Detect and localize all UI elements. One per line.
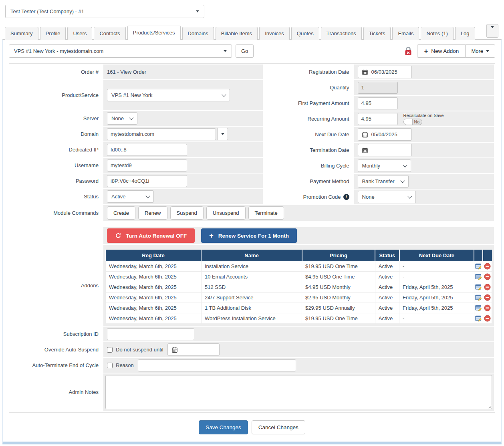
tab-summary[interactable]: Summary bbox=[5, 27, 38, 40]
new-addon-button[interactable]: + New Addon bbox=[417, 44, 466, 58]
subscription-id-input[interactable] bbox=[107, 328, 194, 340]
password-input[interactable] bbox=[107, 175, 187, 187]
addon-name: 1 TB Additional Disk bbox=[201, 303, 302, 313]
info-icon[interactable]: i bbox=[343, 194, 349, 200]
payment-method-select[interactable]: Bank Transfer bbox=[358, 175, 409, 188]
quantity-input bbox=[358, 82, 398, 94]
addon-status: Active bbox=[375, 313, 399, 324]
billing-cycle-select[interactable]: Monthly bbox=[358, 159, 411, 172]
chevron-down-icon bbox=[145, 194, 150, 198]
addon-next-due-date: Friday, April 5th, 2025 bbox=[399, 293, 474, 303]
edit-addon-icon[interactable] bbox=[474, 313, 483, 324]
reason-input[interactable] bbox=[138, 359, 296, 371]
promotion-code-label: Promotion Code i bbox=[263, 190, 354, 204]
tabs-overflow-button[interactable] bbox=[486, 24, 498, 38]
tab-products-services[interactable]: Products/Services bbox=[127, 26, 181, 40]
first-payment-amount-input[interactable] bbox=[358, 97, 398, 109]
more-label: More bbox=[471, 48, 483, 54]
addons-col-header: Next Due Date bbox=[399, 250, 474, 261]
recurring-amount-input[interactable] bbox=[358, 113, 398, 125]
service-selector[interactable]: VPS #1 New York - mytestdomain.com bbox=[9, 44, 232, 58]
addons-col-header: Pricing bbox=[302, 250, 375, 261]
chevron-down-icon bbox=[224, 50, 227, 52]
promotion-code-value: None bbox=[362, 194, 375, 200]
dedicated-ip-input[interactable] bbox=[107, 144, 187, 156]
order-label: Order # bbox=[10, 65, 103, 79]
addon-pricing: $4.95 USD One Time bbox=[302, 272, 375, 282]
tab-log[interactable]: Log bbox=[455, 27, 475, 40]
module-commands-label: Module Commands bbox=[10, 205, 103, 221]
recalculate-toggle[interactable]: No bbox=[403, 119, 422, 125]
delete-addon-icon[interactable] bbox=[483, 272, 492, 282]
save-changes-button[interactable]: Save Changes bbox=[199, 420, 248, 434]
module-unsuspend-button[interactable]: Unsuspend bbox=[206, 206, 246, 220]
delete-addon-icon[interactable] bbox=[483, 303, 492, 313]
renew-service-button[interactable]: + Renew Service For 1 Month bbox=[201, 228, 297, 243]
addon-reg-date: Wednesday, March 6th, 2025 bbox=[106, 261, 202, 272]
registration-date-label: Registration Date bbox=[263, 65, 354, 79]
domain-dropdown-button[interactable] bbox=[217, 128, 228, 140]
turn-auto-renewal-off-button[interactable]: Turn Auto Renewal OFF bbox=[107, 228, 195, 243]
delete-addon-icon[interactable] bbox=[483, 293, 492, 303]
cancel-changes-button[interactable]: Cancel Changes bbox=[252, 420, 305, 434]
product-service-select[interactable]: VPS #1 New York bbox=[107, 89, 230, 101]
go-button[interactable]: Go bbox=[236, 44, 254, 58]
tab-quotes[interactable]: Quotes bbox=[291, 27, 319, 40]
refresh-icon bbox=[115, 232, 121, 239]
module-terminate-button[interactable]: Terminate bbox=[248, 206, 284, 220]
tab-billable-items[interactable]: Billable Items bbox=[216, 27, 258, 40]
override-auto-suspend-checkbox[interactable] bbox=[107, 347, 113, 353]
addon-button-group: + New Addon More bbox=[417, 44, 495, 58]
edit-addon-icon[interactable] bbox=[474, 272, 483, 282]
addon-reg-date: Wednesday, March 6th, 2025 bbox=[106, 282, 202, 293]
server-select[interactable]: None bbox=[107, 112, 137, 125]
product-service-value: VPS #1 New York bbox=[111, 92, 153, 98]
addon-next-due-date: - bbox=[399, 313, 474, 324]
module-create-button[interactable]: Create bbox=[107, 206, 135, 220]
lock-x-icon[interactable] bbox=[404, 46, 412, 56]
delete-addon-icon[interactable] bbox=[483, 261, 492, 272]
tab-invoices[interactable]: Invoices bbox=[259, 27, 290, 40]
edit-addon-icon[interactable] bbox=[474, 293, 483, 303]
delete-addon-icon[interactable] bbox=[483, 282, 492, 293]
edit-addon-icon[interactable] bbox=[474, 261, 483, 272]
addon-name: 10 Email Accounts bbox=[201, 272, 302, 282]
addons-col-header-icon bbox=[483, 250, 492, 261]
module-renew-button[interactable]: Renew bbox=[138, 206, 167, 220]
tab-emails[interactable]: Emails bbox=[392, 27, 419, 40]
tab-domains[interactable]: Domains bbox=[182, 27, 214, 40]
tab-notes[interactable]: Notes (1) bbox=[421, 27, 453, 40]
server-value: None bbox=[111, 115, 124, 121]
registration-date-input[interactable]: 06/03/2025 bbox=[358, 66, 412, 78]
status-select[interactable]: Active bbox=[107, 190, 154, 203]
client-selector[interactable]: Test Tester (Test Company) - #1 bbox=[5, 5, 204, 18]
termination-date-input[interactable] bbox=[358, 144, 412, 156]
module-suspend-button[interactable]: Suspend bbox=[170, 206, 204, 220]
next-due-date-input[interactable]: 05/04/2025 bbox=[358, 128, 412, 141]
tab-users[interactable]: Users bbox=[67, 27, 92, 40]
tab-contacts[interactable]: Contacts bbox=[94, 27, 125, 40]
auto-terminate-checkbox[interactable] bbox=[107, 363, 113, 368]
edit-addon-icon[interactable] bbox=[474, 282, 483, 293]
promotion-code-select[interactable]: None bbox=[358, 191, 416, 203]
addon-name: 24/7 Support Service bbox=[201, 293, 302, 303]
addon-pricing: $4.95 USD Monthly bbox=[302, 282, 375, 293]
tab-transactions[interactable]: Transactions bbox=[321, 27, 362, 40]
new-addon-label: New Addon bbox=[431, 48, 459, 54]
domain-input[interactable] bbox=[107, 128, 216, 140]
termination-date-label: Termination Date bbox=[263, 143, 354, 157]
username-input[interactable] bbox=[107, 159, 187, 172]
addon-reg-date: Wednesday, March 6th, 2025 bbox=[106, 303, 202, 313]
addons-table: Reg DateNamePricingStatusNext Due Date W… bbox=[105, 250, 492, 324]
edit-addon-icon[interactable] bbox=[474, 303, 483, 313]
more-button[interactable]: More bbox=[465, 44, 495, 58]
suspend-until-date-input[interactable] bbox=[167, 343, 220, 356]
client-selector-value: Test Tester (Test Company) - #1 bbox=[10, 8, 84, 14]
delete-addon-icon[interactable] bbox=[483, 313, 492, 324]
addons-table-header: Reg DateNamePricingStatusNext Due Date bbox=[106, 250, 492, 261]
order-value-link[interactable]: 161 - View Order bbox=[107, 69, 146, 75]
addon-pricing: $19.95 USD One Time bbox=[302, 261, 375, 272]
admin-notes-textarea[interactable] bbox=[105, 375, 492, 409]
tab-profile[interactable]: Profile bbox=[40, 27, 66, 40]
tab-tickets[interactable]: Tickets bbox=[363, 27, 391, 40]
